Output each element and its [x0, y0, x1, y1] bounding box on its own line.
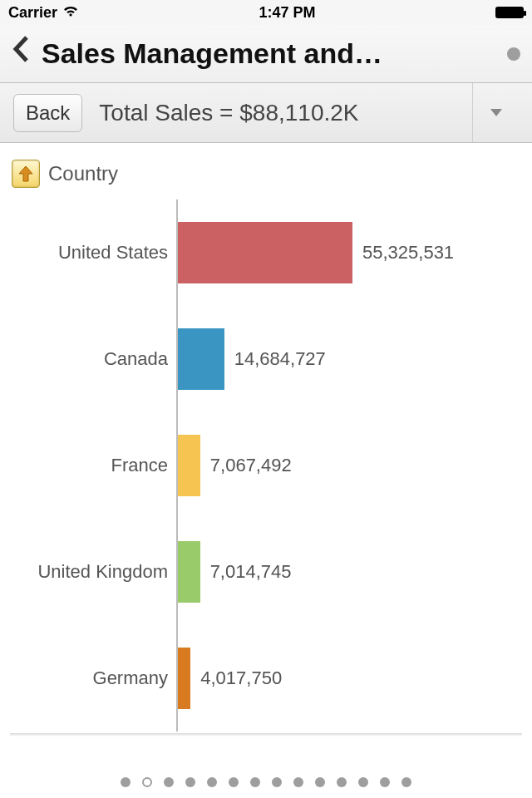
carrier-label: Carrier: [8, 4, 57, 22]
pager-dot[interactable]: [207, 777, 217, 787]
dimension-label: Country: [48, 162, 118, 185]
value-label: 7,014,745: [210, 561, 292, 583]
value-label: 55,325,531: [362, 242, 454, 264]
y-axis-labels: United StatesCanadaFranceUnited KingdomG…: [10, 200, 176, 732]
pager-dot[interactable]: [293, 777, 303, 787]
bar: [178, 541, 200, 603]
pager-dot[interactable]: [315, 777, 325, 787]
pager-dot[interactable]: [185, 777, 195, 787]
category-label: United States: [10, 200, 176, 306]
status-left: Carrier: [8, 4, 79, 22]
value-label: 4,017,750: [200, 667, 282, 689]
pager-dot[interactable]: [121, 777, 131, 787]
status-bar: Carrier 1:47 PM: [0, 0, 532, 25]
status-indicator: [507, 47, 520, 61]
battery-icon: [495, 7, 524, 18]
pager-dot[interactable]: [358, 777, 368, 787]
metric-title: Total Sales = $88,110.2K: [99, 100, 456, 126]
back-button[interactable]: Back: [13, 94, 82, 132]
drill-up-icon[interactable]: [12, 160, 40, 188]
nav-back-button[interactable]: [12, 35, 30, 73]
bar-row[interactable]: 7,014,745: [178, 519, 522, 625]
bar-row[interactable]: 4,017,750: [178, 625, 522, 732]
bar-row[interactable]: 55,325,531: [178, 200, 522, 306]
pager-dot[interactable]: [250, 777, 260, 787]
pager-dot[interactable]: [337, 777, 347, 787]
bar: [178, 328, 224, 390]
pager-dot[interactable]: [142, 777, 152, 787]
category-label: United Kingdom: [10, 519, 176, 625]
chevron-down-icon: [490, 109, 502, 116]
bar: [178, 222, 352, 283]
pager-dot[interactable]: [401, 777, 411, 787]
dropdown-button[interactable]: [472, 83, 519, 142]
chart-body: United StatesCanadaFranceUnited KingdomG…: [10, 200, 522, 732]
bar-row[interactable]: 7,067,492: [178, 412, 522, 519]
sub-bar: Back Total Sales = $88,110.2K: [0, 83, 532, 143]
pager-dot[interactable]: [229, 777, 239, 787]
page-indicator[interactable]: [0, 766, 532, 798]
nav-bar: Sales Management and…: [0, 25, 532, 83]
bar-row[interactable]: 14,684,727: [178, 306, 522, 412]
pager-dot[interactable]: [272, 777, 282, 787]
bar: [178, 648, 190, 709]
value-label: 14,684,727: [234, 348, 326, 370]
category-label: Canada: [10, 306, 176, 412]
page-title: Sales Management and…: [42, 37, 495, 70]
chart-area: Country United StatesCanadaFranceUnited …: [0, 143, 532, 766]
category-label: France: [10, 412, 176, 519]
value-label: 7,067,492: [210, 455, 292, 476]
plot-area: 55,325,53114,684,7277,067,4927,014,7454,…: [176, 200, 522, 732]
category-label: Germany: [10, 625, 176, 732]
dimension-row[interactable]: Country: [12, 160, 522, 188]
pager-dot[interactable]: [380, 777, 390, 787]
pager-dot[interactable]: [164, 777, 174, 787]
clock: 1:47 PM: [259, 4, 316, 22]
wifi-icon: [62, 4, 79, 22]
bar: [178, 435, 200, 496]
